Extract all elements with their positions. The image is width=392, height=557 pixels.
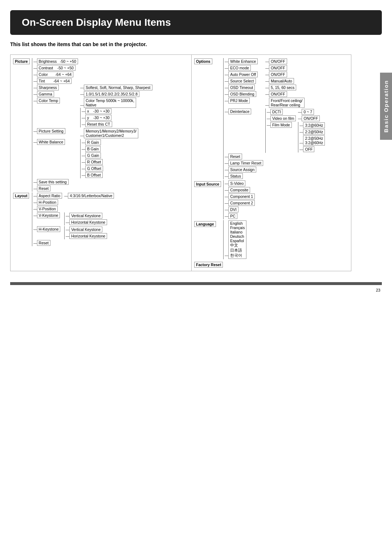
auto-power-off-row: Auto Power Off ON/OFF [224,71,329,78]
whitebalance-sub: R Gain B Gain G Gain R Offset G Offset B… [80,139,104,178]
picture-section: Picture Brightness -50 ~ +50 [12,58,155,192]
source-select-label: Source Select [228,78,256,84]
bgain-label: B Gain [85,146,101,152]
vposition-label: V-Position [37,206,58,212]
component2-row: Component 2 [224,200,256,206]
osd-timeout-value: 5, 15, 60 secs [269,85,296,90]
boffset-label: B Offset [85,172,103,178]
source-select-value: Manual/Auto [269,78,294,84]
hks-vert-label: Vertical Keystone [69,227,102,232]
hks-vert-row: Vertical Keystone [65,226,108,233]
contrast-row: Contrast -50 ~ +50 [32,65,154,71]
video-on-film-row: Video on film ON/OFF [265,115,327,122]
layout-reset-label: Reset [37,240,50,246]
aspectratio-row: Aspect Ratio 4:3/16:9/Letterbox/Native [32,192,115,199]
osd-timeout-label: OSD Timeout [228,85,255,90]
factory-reset-section: Factory Reset [193,260,330,268]
color-label: Color -64 ~ +64 [37,72,73,77]
savesetting-label: Save this setting [37,179,69,185]
vks-vert-row: Vertical Keystone [65,212,108,219]
osd-timeout-row: OSD Timeout 5, 15, 60 secs [224,84,329,91]
left-panel: Picture Brightness -50 ~ +50 [10,54,192,271]
lamp-timer-row: Lamp Timer Reset [224,160,329,166]
reset-ct-label: Reset this CT [85,121,112,127]
inputsource-section: Input Source S-Video Composite Component… [193,180,330,220]
prj-mode-label: PRJ Mode [228,98,250,103]
film-off-row: OFF [298,146,326,153]
x-row: x -30 ~ +30 [80,108,113,114]
roffset-label: R Offset [85,159,103,165]
colortemp-label: Color Temp [37,98,60,103]
hkeystone-label: H-Keystone [37,226,61,232]
left-menu-table: Picture Brightness -50 ~ +50 [12,58,155,247]
video-on-film-value: ON/OFF [302,115,320,121]
vposition-row: V-Position [32,206,115,212]
source-assign-label: Source Assign [228,167,256,172]
vkeystone-sub: Vertical Keystone Horizontal Keystone [64,212,108,225]
gamma-row: Gamma 1.0/1.5/1.8/2.0/2.2/2.35/2.5/2.8 [32,91,154,97]
ggain-row: G Gain [80,152,104,159]
vks-horiz-row: Horizontal Keystone [65,219,108,225]
roffset-row: R Offset [80,159,104,165]
hkeystone-sub: Vertical Keystone Horizontal Keystone [64,226,108,239]
vks-vert-label: Vertical Keystone [69,213,102,219]
rgain-row: R Gain [80,139,104,146]
hposition-row: H-Position [32,199,115,206]
sharpness-row: Sharpness Softest, Soft, Normal, Sharp, … [32,84,154,91]
options-section: Options White Enhance ON/OFF ECO mode [193,58,330,180]
sidebar-tab: Basic Operation [380,73,392,140]
hks-horiz-label: Horizontal Keystone [69,233,107,239]
film-off-value: OFF [303,146,314,152]
options-label: Options [194,58,212,64]
language-item: EnglishFrançaisItalianoDeutschEspañol中文日… [224,220,248,259]
film-mode-label: Film Mode [270,122,292,128]
source-assign-row: Source Assign [224,166,329,173]
picturesetting-label: Picture Setting [37,128,65,134]
options-reset-label: Reset [228,154,242,159]
film-combo-row: 2:2@50Hz3:2@60Hz [298,135,326,146]
white-enhance-value: ON/OFF [269,58,287,64]
dcti-label: DCTI [270,109,283,115]
whitebalance-row: White Balance R Gain B Gain G Gain R Off… [32,139,154,179]
white-enhance-row: White Enhance ON/OFF [224,58,329,65]
page-footer: 23 [0,285,392,292]
options-reset-row: Reset [224,153,329,160]
language-label: Language [194,221,216,227]
contrast-label: Contrast -50 ~ +50 [37,65,75,71]
osd-blending-label: OSD Blending [228,91,256,97]
osd-blending-row: OSD Blending ON/OFF [224,91,329,97]
aspectratio-label: Aspect Ratio [37,193,62,199]
hkeystone-row: H-Keystone Vertical Keystone Horizontal … [32,226,115,240]
dvi-row: DVI [224,206,256,213]
prj-mode-value: Front/Front ceiling/Rear/Rear ceiling [269,98,305,108]
lamp-timer-label: Lamp Timer Reset [228,160,263,166]
title-banner: On-Screen Display Menu Items [10,10,382,35]
gamma-value: 1.0/1.5/1.8/2.0/2.2/2.35/2.5/2.8 [84,91,139,97]
language-items: EnglishFrançaisItalianoDeutschEspañol中文日… [223,220,248,259]
subtitle-text: This list shows the items that can be se… [10,41,382,47]
white-enhance-label: White Enhance [228,58,258,64]
picture-label: Picture [13,58,30,64]
eco-mode-label: ECO mode [228,65,251,71]
right-menu-table: Options White Enhance ON/OFF ECO mode [193,58,330,268]
picture-items: Brightness -50 ~ +50 Contrast -50 ~ +50 … [32,58,154,192]
y-row: y -30 ~ +30 [80,114,113,121]
video-on-film-label: Video on film [270,115,296,121]
whitebalance-label: White Balance [37,139,65,145]
savesetting-row: Save this setting [32,179,154,185]
options-items: White Enhance ON/OFF ECO mode ON/OFF Aut… [223,58,329,179]
eco-mode-value: ON/OFF [269,65,287,71]
page-number: 23 [376,288,380,292]
boffset-row: B Offset [80,172,104,178]
dvi-label: DVI [228,207,238,212]
picturesetting-value: Memory1/Memory2/Memory3/Customer1/Custom… [84,128,138,138]
vkeystone-label: V-Keystone [37,212,60,218]
auto-power-off-label: Auto Power Off [228,72,258,77]
component1-label: Component 1 [228,194,255,199]
status-row: Status [224,173,329,179]
color-row: Color -64 ~ +64 [32,71,154,78]
layout-label: Layout [13,193,29,199]
vkeystone-row: V-Keystone Vertical Keystone Horizontal … [32,212,115,226]
y-label: y -30 ~ +30 [85,115,111,121]
main-content: Picture Brightness -50 ~ +50 [10,51,382,275]
